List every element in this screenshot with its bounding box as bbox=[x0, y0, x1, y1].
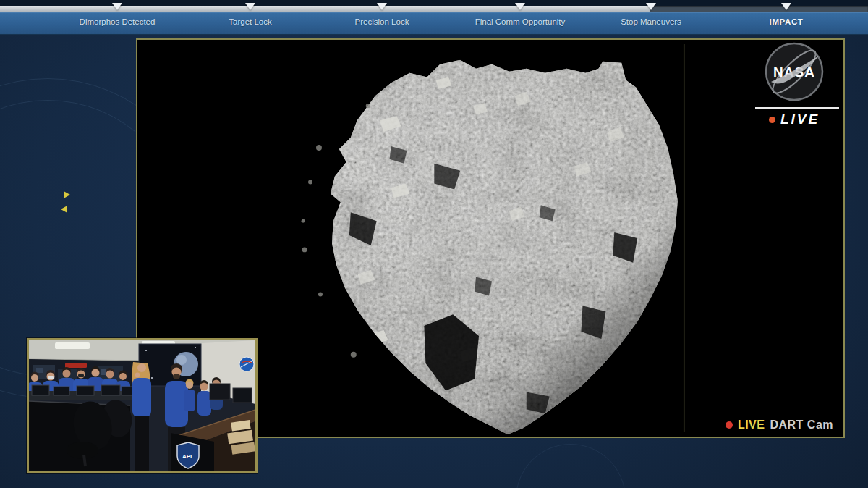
wall-emblem bbox=[65, 363, 87, 368]
phase-label: Dimorphos Detected bbox=[80, 17, 156, 26]
blonde-engineer bbox=[132, 362, 151, 471]
phase-marker-icon bbox=[112, 3, 122, 10]
nav-arrow-left-icon bbox=[61, 206, 67, 213]
watermark-live-label: LIVE bbox=[780, 112, 820, 127]
phase-marker-icon bbox=[515, 3, 525, 10]
decor-circle bbox=[516, 444, 626, 488]
nasa-insignia-icon: NASA bbox=[764, 41, 825, 102]
phase-label: Final Comm Opportunity bbox=[475, 17, 566, 26]
phase-label: IMPACT bbox=[770, 17, 804, 26]
phase-label: Precision Lock bbox=[355, 17, 409, 26]
nav-arrow-right-icon bbox=[64, 191, 70, 198]
camera-caption: LIVE DART Cam bbox=[726, 418, 833, 432]
caption-camera-label: DART Cam bbox=[770, 418, 833, 432]
watermark-divider bbox=[755, 107, 839, 109]
live-dot-icon bbox=[769, 117, 775, 123]
timeline-progress-fill bbox=[0, 6, 650, 12]
timeline-top-strip bbox=[0, 0, 868, 6]
phase-marker-icon bbox=[245, 3, 255, 10]
timeline-progress-track bbox=[0, 6, 868, 12]
apl-label: APL bbox=[182, 453, 194, 460]
phase-marker-icon bbox=[646, 3, 656, 10]
nasa-wall-logo-icon bbox=[239, 357, 254, 371]
desk-monitor bbox=[210, 384, 230, 400]
broadcast-screen: Dimorphos Detected Target Lock Precision… bbox=[0, 0, 868, 488]
decor-line bbox=[0, 209, 135, 209]
caption-live-label: LIVE bbox=[738, 418, 765, 432]
phase-label: Stop Maneuvers bbox=[621, 17, 681, 26]
ceiling-light bbox=[55, 342, 90, 349]
nasa-watermark: NASA LIVE bbox=[749, 41, 839, 127]
rec-dot-icon bbox=[726, 421, 733, 429]
control-room-scene: APL bbox=[29, 340, 255, 471]
pip-frame: APL bbox=[27, 338, 258, 473]
desk-monitor bbox=[233, 388, 252, 403]
console-monitors bbox=[29, 385, 137, 400]
apl-shield-logo: APL bbox=[177, 442, 199, 468]
phase-marker-icon bbox=[377, 3, 387, 10]
phase-marker-icon bbox=[781, 3, 791, 10]
phase-label: Target Lock bbox=[229, 17, 271, 26]
